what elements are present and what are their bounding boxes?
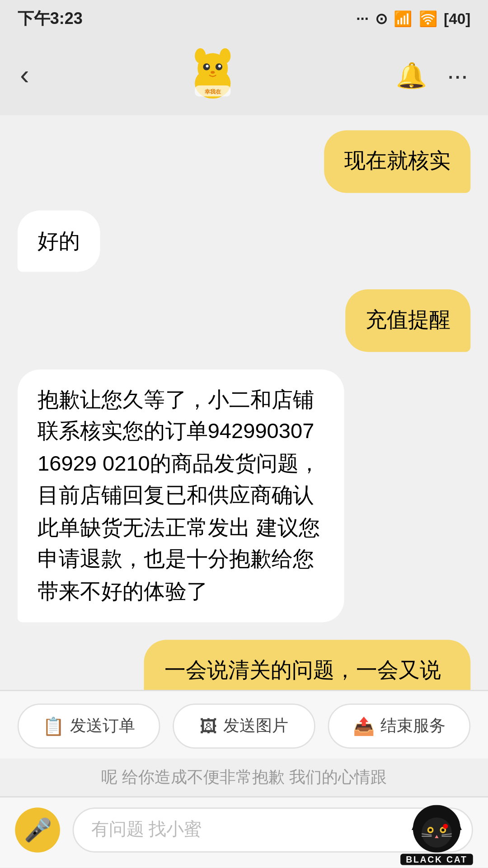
- signal-icon: 📶: [394, 10, 413, 28]
- image-icon: 🖼: [200, 716, 217, 736]
- black-cat-icon: [404, 805, 469, 853]
- message-bubble: 抱歉让您久等了，小二和店铺联系核实您的订单94299030716929 0210…: [18, 369, 344, 623]
- status-bar: 下午3:23 ··· ⊙ 📶 🛜 [40]: [0, 0, 488, 38]
- back-button[interactable]: ‹: [20, 59, 29, 91]
- svg-point-6: [206, 65, 208, 67]
- send-image-button[interactable]: 🖼 发送图片: [173, 703, 315, 749]
- mic-icon: 🎤: [24, 816, 52, 844]
- mic-button[interactable]: 🎤: [15, 807, 60, 853]
- svg-point-17: [429, 829, 432, 832]
- message-bubble: 现在就核实: [324, 130, 470, 192]
- send-order-button[interactable]: 📋 发送订单: [18, 703, 160, 749]
- preview-bar: 呢 给你造成不便非常抱歉 我们的心情跟: [0, 759, 488, 796]
- svg-point-8: [211, 71, 215, 74]
- clock-icon: ⊙: [375, 10, 388, 28]
- message-bubble: 充值提醒: [345, 289, 470, 351]
- order-icon: 📋: [42, 716, 64, 736]
- send-image-label: 发送图片: [223, 715, 288, 737]
- message-row: 现在就核实: [18, 130, 470, 192]
- nav-bar: ‹ 幸我在 🔔 ···: [0, 38, 488, 115]
- more-button[interactable]: ···: [447, 61, 468, 90]
- wifi-icon: 🛜: [419, 10, 438, 28]
- svg-point-14: [422, 817, 451, 847]
- quick-toolbar: 📋 发送订单 🖼 发送图片 📤 结束服务: [0, 690, 488, 759]
- end-service-label: 结束服务: [380, 715, 446, 737]
- end-service-button[interactable]: 📤 结束服务: [328, 703, 471, 749]
- input-placeholder: 有问题 找小蜜: [91, 819, 201, 839]
- chat-area: 现在就核实 好的 充值提醒 抱歉让您久等了，小二和店铺联系核实您的订单94299…: [0, 115, 488, 690]
- signal-dots: ···: [356, 10, 369, 28]
- message-row: 充值提醒: [18, 289, 470, 351]
- black-cat-watermark: BLACK CAT: [390, 795, 483, 865]
- status-icons: ··· ⊙ 📶 🛜 [40]: [356, 10, 470, 28]
- svg-point-7: [218, 65, 221, 67]
- svg-point-2: [195, 48, 206, 64]
- message-bubble: 一会说清关的问题，一会又说断货: [145, 640, 471, 690]
- svg-point-18: [441, 829, 445, 832]
- send-order-label: 发送订单: [70, 715, 135, 737]
- message-bubble: 好的: [18, 210, 100, 272]
- status-time: 下午3:23: [18, 8, 83, 30]
- preview-text: 呢 给你造成不便非常抱歉 我们的心情跟: [101, 768, 387, 787]
- battery-icon: [40]: [444, 10, 470, 28]
- app-logo: 幸我在: [185, 47, 240, 103]
- input-bar: 🎤 有问题 找小蜜 BLACK CA: [0, 796, 488, 868]
- message-row: 好的: [18, 210, 470, 272]
- svg-text:幸我在: 幸我在: [204, 89, 221, 95]
- nav-center: 幸我在: [185, 47, 240, 103]
- svg-point-3: [220, 48, 230, 64]
- end-icon: 📤: [353, 716, 374, 736]
- message-row: 一会说清关的问题，一会又说断货: [18, 640, 470, 690]
- nav-right: 🔔 ···: [396, 60, 468, 90]
- black-cat-label: BLACK CAT: [401, 854, 473, 865]
- bell-button[interactable]: 🔔: [396, 60, 427, 90]
- svg-point-19: [443, 824, 448, 829]
- message-row: 抱歉让您久等了，小二和店铺联系核实您的订单94299030716929 0210…: [18, 369, 470, 623]
